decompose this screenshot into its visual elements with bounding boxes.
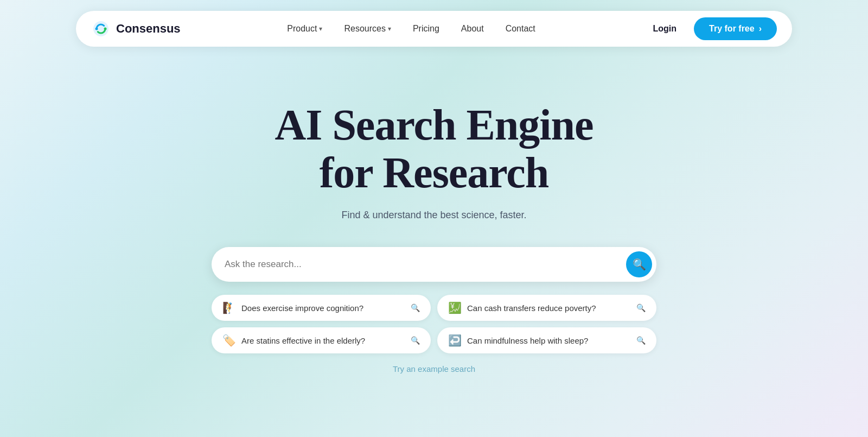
nav-contact[interactable]: Contact [497, 20, 544, 38]
logo[interactable]: Consensus [91, 19, 181, 39]
query-emoji-statins: 🏷️ [222, 334, 236, 347]
search-input[interactable] [225, 259, 626, 270]
search-button[interactable]: 🔍 [626, 251, 652, 277]
query-search-icon-3: 🔍 [411, 336, 420, 345]
product-chevron-icon: ▾ [319, 25, 322, 33]
query-emoji-cash: 💹 [448, 301, 462, 314]
svg-point-0 [95, 28, 98, 30]
query-text-statins: Are statins effective in the elderly? [241, 336, 365, 345]
query-emoji-exercise: 🧗 [222, 301, 236, 314]
hero-subtitle: Find & understand the best science, fast… [341, 210, 526, 221]
query-text-cash: Can cash transfers reduce poverty? [467, 303, 596, 313]
hero-title: AI Search Engine for Research [275, 101, 593, 197]
logo-icon [91, 19, 111, 39]
nav-resources[interactable]: Resources ▾ [335, 20, 399, 38]
nav-actions: Login Try for free › [642, 17, 777, 40]
example-queries: 🧗 Does exercise improve cognition? 🔍 💹 C… [212, 295, 656, 353]
query-search-icon-1: 🔍 [411, 303, 420, 312]
navbar: Consensus Product ▾ Resources ▾ Pricing … [76, 11, 792, 47]
try-for-free-button[interactable]: Try for free › [694, 17, 777, 40]
nav-links: Product ▾ Resources ▾ Pricing About Cont… [278, 20, 544, 38]
login-button[interactable]: Login [642, 18, 688, 39]
arrow-icon: › [759, 24, 762, 34]
hero-section: AI Search Engine for Research Find & und… [0, 58, 868, 373]
query-pill-exercise[interactable]: 🧗 Does exercise improve cognition? 🔍 [212, 295, 431, 321]
logo-text: Consensus [116, 22, 181, 36]
query-pill-cash[interactable]: 💹 Can cash transfers reduce poverty? 🔍 [437, 295, 656, 321]
query-search-icon-4: 🔍 [636, 336, 646, 345]
try-example-label[interactable]: Try an example search [393, 364, 475, 373]
nav-about[interactable]: About [452, 20, 493, 38]
query-text-exercise: Does exercise improve cognition? [241, 303, 363, 313]
resources-chevron-icon: ▾ [388, 25, 391, 33]
search-bar: 🔍 [212, 247, 656, 282]
nav-pricing[interactable]: Pricing [404, 20, 448, 38]
query-search-icon-2: 🔍 [636, 303, 646, 312]
search-icon: 🔍 [633, 258, 646, 271]
query-pill-mindfulness[interactable]: ↩️ Can mindfulness help with sleep? 🔍 [437, 327, 656, 353]
nav-product[interactable]: Product ▾ [278, 20, 331, 38]
svg-point-1 [104, 28, 107, 30]
query-text-mindfulness: Can mindfulness help with sleep? [467, 336, 588, 345]
query-pill-statins[interactable]: 🏷️ Are statins effective in the elderly?… [212, 327, 431, 353]
query-emoji-mindfulness: ↩️ [448, 334, 462, 347]
